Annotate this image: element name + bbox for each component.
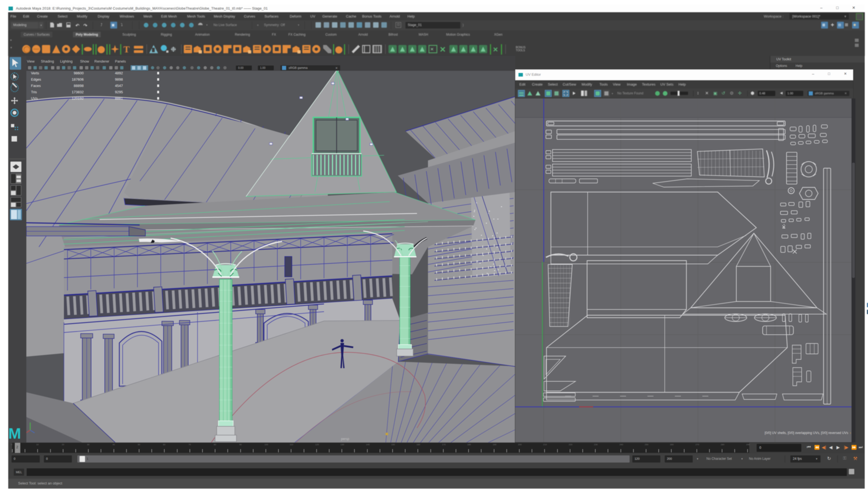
svg-text:120192: 120192 [72,96,84,100]
svg-text:✕: ✕ [335,66,338,70]
svg-text:Lighting: Lighting [60,59,73,63]
svg-text:1.00: 1.00 [260,66,266,69]
svg-text:9898: 9898 [115,77,123,81]
svg-text:4547: 4547 [115,84,123,88]
svg-text:persp: persp [341,437,349,441]
svg-text:Faces: Faces [31,84,41,88]
svg-text:Shading: Shading [41,59,54,63]
svg-text:0.00: 0.00 [238,66,244,69]
svg-text:8881: 8881 [115,96,123,100]
svg-text:UVs: UVs [31,96,38,100]
svg-text:Show: Show [80,59,89,63]
svg-text:Verts: Verts [31,71,39,75]
svg-text:Panels: Panels [115,59,126,63]
svg-text:98600: 98600 [74,71,84,75]
svg-text:Edges: Edges [31,77,41,81]
svg-text:9295: 9295 [115,90,123,94]
svg-text:Renderer: Renderer [94,59,109,63]
svg-text:Tris: Tris [31,90,37,94]
svg-text:187606: 187606 [72,77,84,81]
svg-text:sRGB gamma: sRGB gamma [289,66,308,69]
svg-text:[0/0] UV shells, [0/0] overlap: [0/0] UV shells, [0/0] overlapping UVs, … [764,431,848,435]
svg-text:4892: 4892 [115,71,123,75]
svg-text:88898: 88898 [74,84,84,88]
svg-text:›: › [850,431,851,435]
svg-text:173832: 173832 [72,90,84,94]
svg-text:View: View [27,59,35,63]
